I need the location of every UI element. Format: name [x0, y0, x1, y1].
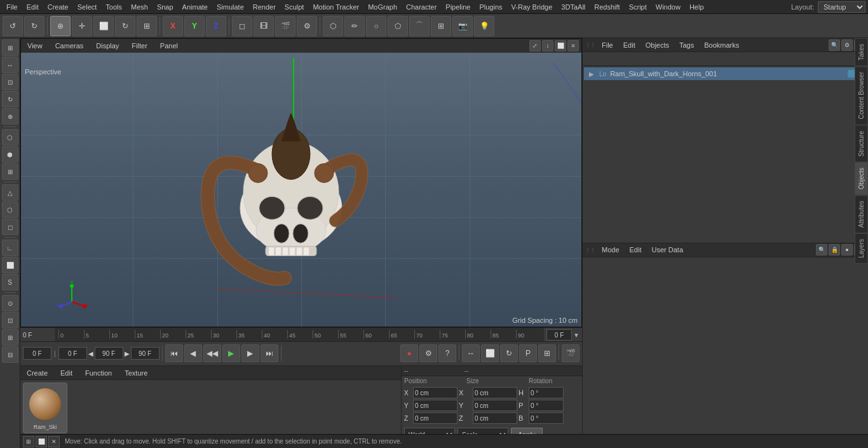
menu-window[interactable]: Window [652, 2, 684, 12]
move-tool-button[interactable]: ✛ [72, 16, 92, 36]
left-tool-18[interactable]: ⊟ [2, 346, 18, 363]
coord-y-size[interactable] [473, 400, 517, 411]
go-start-button[interactable]: ⏮ [165, 344, 183, 362]
viewport-canvas[interactable]: Perspective Y X Z [21, 53, 581, 327]
left-tool-17[interactable]: ⊞ [2, 329, 18, 346]
grid2-button[interactable]: ⊞ [538, 344, 556, 362]
loop-button[interactable]: ↻ [500, 344, 518, 362]
attr-user-data-menu[interactable]: User Data [648, 245, 688, 255]
vtab-structure[interactable]: Structure [855, 125, 868, 163]
left-tool-2[interactable]: ↔ [2, 57, 18, 73]
left-tool-14[interactable]: S [2, 274, 18, 290]
status-icon-3[interactable]: ✕ [48, 436, 60, 447]
attr-edit-menu[interactable]: Edit [626, 245, 646, 255]
coord-x-pos[interactable] [413, 387, 458, 398]
rotate-tool-button[interactable]: ↻ [115, 16, 135, 36]
left-tool-6[interactable]: ⬡ [2, 129, 18, 146]
vp-display-menu[interactable]: Display [92, 41, 123, 51]
vtab-takes[interactable]: Takes [855, 38, 868, 66]
camera-button[interactable]: 📷 [452, 16, 473, 36]
film-render-button[interactable]: 🎞 [254, 16, 274, 36]
light-button[interactable]: 💡 [474, 16, 494, 36]
menu-pipeline[interactable]: Pipeline [442, 2, 474, 12]
attr-lock-btn[interactable]: 🔒 [829, 244, 840, 255]
transform-tool-button[interactable]: ⊞ [137, 16, 157, 36]
menu-mesh[interactable]: Mesh [127, 2, 152, 12]
left-tool-5[interactable]: ⊕ [2, 108, 18, 125]
preview2-button[interactable]: P [519, 344, 537, 362]
coord-p-val[interactable] [529, 400, 564, 411]
mat-texture-menu[interactable]: Texture [121, 368, 151, 378]
scale-tool-button[interactable]: ⬜ [93, 16, 114, 36]
axis-x-button[interactable]: X [163, 16, 183, 36]
vtab-layers[interactable]: Layers [855, 233, 868, 264]
menu-create[interactable]: Create [44, 2, 72, 12]
vp-cameras-menu[interactable]: Cameras [51, 41, 88, 51]
menu-character[interactable]: Character [402, 2, 440, 12]
step-forward-button[interactable]: ▶ [241, 344, 259, 362]
mat-edit-menu[interactable]: Edit [57, 368, 76, 378]
preview-end-input[interactable] [95, 347, 123, 360]
current-frame-input[interactable] [23, 347, 51, 360]
timeline-ruler[interactable]: 0 F 0 5 10 15 20 25 30 35 40 45 50 55 60… [20, 328, 582, 342]
vp-filter-menu[interactable]: Filter [128, 41, 151, 51]
frame-input[interactable] [546, 329, 572, 341]
obj-objects-menu[interactable]: Objects [642, 40, 673, 50]
undo-button[interactable]: ↺ [3, 16, 23, 36]
layout-select[interactable]: Startup Standard [818, 1, 865, 13]
viewport[interactable]: View Cameras Display Filter Panel ⤢ ↕ ⬜ … [20, 38, 582, 327]
left-tool-1[interactable]: ⊞ [2, 39, 18, 56]
left-tool-8[interactable]: ⊞ [2, 163, 18, 180]
menu-simulate[interactable]: Simulate [213, 2, 248, 12]
vtab-attributes[interactable]: Attributes [855, 195, 868, 233]
play-forward-button[interactable]: ▶ [222, 344, 240, 362]
obj-search-btn[interactable]: 🔍 [829, 39, 840, 51]
attr-dot-btn[interactable]: ● [841, 244, 853, 255]
preview-start-input[interactable] [58, 347, 87, 360]
left-tool-16[interactable]: ⊡ [2, 312, 18, 329]
cube-button[interactable]: ⬡ [323, 16, 343, 36]
obj-settings-btn[interactable]: ⚙ [841, 39, 853, 51]
render-settings-button[interactable]: ⚙ [297, 16, 317, 36]
menu-plugins[interactable]: Plugins [475, 2, 506, 12]
coord-z-pos[interactable] [413, 412, 458, 424]
left-tool-3[interactable]: ⊡ [2, 74, 18, 90]
obj-edit-menu[interactable]: Edit [620, 40, 639, 50]
axis-y-button[interactable]: Y [184, 16, 205, 36]
obj-file-menu[interactable]: File [598, 40, 617, 50]
menu-file[interactable]: File [3, 2, 22, 12]
attr-search-btn[interactable]: 🔍 [816, 244, 827, 255]
end-frame-input[interactable] [131, 347, 159, 360]
coord-h-val[interactable] [529, 387, 564, 398]
render-button[interactable]: 🎬 [275, 16, 295, 36]
status-icon-2[interactable]: ⬜ [36, 436, 47, 447]
left-tool-13[interactable]: ⬜ [2, 257, 18, 273]
coord-x-size[interactable] [473, 387, 517, 398]
coord-y-pos[interactable] [413, 400, 458, 411]
autokey-button[interactable]: ⚙ [419, 344, 437, 362]
redo-button[interactable]: ↻ [24, 16, 44, 36]
menu-help[interactable]: Help [686, 2, 708, 12]
vp-icon-1[interactable]: ⤢ [529, 40, 541, 51]
obj-tags-menu[interactable]: Tags [675, 40, 698, 50]
mat-create-menu[interactable]: Create [23, 368, 51, 378]
left-tool-9[interactable]: △ [2, 184, 18, 201]
menu-script[interactable]: Script [625, 2, 651, 12]
coord-b-val[interactable] [529, 412, 564, 424]
play-back-button[interactable]: ◀◀ [203, 344, 221, 362]
vtab-objects[interactable]: Objects [855, 162, 868, 195]
menu-edit[interactable]: Edit [23, 2, 43, 12]
render2-button[interactable]: 🎬 [562, 344, 580, 362]
left-tool-4[interactable]: ↻ [2, 91, 18, 107]
left-tool-7[interactable]: ⬢ [2, 146, 18, 163]
menu-3dtall[interactable]: 3DTaAll [557, 2, 589, 12]
coord-z-size[interactable] [473, 412, 517, 424]
record-button[interactable]: ● [400, 344, 418, 362]
menu-render[interactable]: Render [249, 2, 280, 12]
vp-panel-menu[interactable]: Panel [156, 41, 182, 51]
axis-z-button[interactable]: Z [206, 16, 226, 36]
motion-button[interactable]: ↔ [462, 344, 480, 362]
select-tool-button[interactable]: ⊕ [50, 16, 71, 36]
menu-animate[interactable]: Animate [179, 2, 212, 12]
vp-view-menu[interactable]: View [24, 41, 46, 51]
